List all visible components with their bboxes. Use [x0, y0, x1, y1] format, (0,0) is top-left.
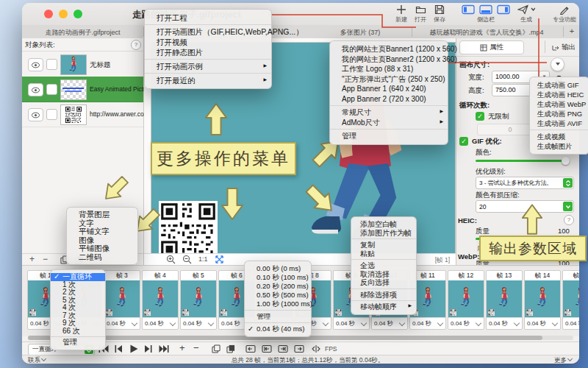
menu-item[interactable]: "正方形弹出式"广告 (250 x 250): [330, 74, 448, 85]
menu-item[interactable]: 生成动画 AVIF: [530, 118, 588, 128]
menu-item[interactable]: 常规尺寸: [330, 105, 448, 118]
menu-item[interactable]: 生成帧图片: [530, 141, 588, 151]
menu-item[interactable]: 添加图片作为帧: [351, 229, 416, 238]
more-menu[interactable]: 更多: [554, 356, 572, 364]
tab-video[interactable]: 越玩越聪明的游戏《雪人玩交换》.mp4: [413, 28, 560, 38]
menu-item[interactable]: 生成动画 GIF: [530, 80, 588, 90]
menu-item[interactable]: App Banner 2 (720 x 300): [330, 94, 448, 105]
zoom-in-icon[interactable]: [166, 255, 176, 264]
menu-item[interactable]: 打开视频: [145, 37, 271, 47]
menu-item[interactable]: 0.50 秒 (500 ms): [245, 291, 311, 300]
add-frame-button[interactable]: +: [179, 342, 185, 353]
unlimited-checkbox[interactable]: ✓: [476, 112, 484, 121]
menu-item[interactable]: 添加空白帧: [351, 220, 416, 229]
menu-item[interactable]: 全选: [351, 259, 416, 270]
insert-frame-before-icon[interactable]: [262, 344, 272, 353]
save-button[interactable]: 保存: [423, 4, 456, 24]
menu-item[interactable]: 1.00 秒 (1000 ms): [245, 300, 311, 308]
tab-project[interactable]: 走路的动画例子.gifproject: [22, 28, 143, 38]
frame-duration-select[interactable]: 0.04 秒: [143, 317, 178, 329]
canvas-size-presets-button[interactable]: [551, 57, 564, 71]
menu-item[interactable]: 生成动画 WebP: [530, 99, 588, 109]
sidebar-toggle-group[interactable]: 侧边栏: [454, 4, 517, 24]
frame-duration-select[interactable]: 0.04 秒: [104, 317, 140, 329]
menu-item[interactable]: 生成动画 HEIC: [530, 90, 588, 99]
menu-item[interactable]: 66 次: [51, 328, 105, 336]
menu-item[interactable]: 我的网站主页Banner1 (1200 x 560): [330, 44, 448, 54]
generate-button[interactable]: 生成: [510, 4, 542, 24]
menu-item[interactable]: 一直循环: [51, 273, 105, 281]
visibility-toggle[interactable]: [28, 108, 43, 121]
menu-item[interactable]: 平铺文字: [67, 227, 137, 236]
menu-item[interactable]: 2 次: [51, 289, 105, 297]
frame-duration-select[interactable]: 0.04 秒: [563, 317, 579, 329]
menu-item[interactable]: 管理: [330, 129, 448, 141]
menu-item[interactable]: 生成视频: [530, 130, 588, 141]
insert-frame-after-icon[interactable]: [278, 344, 288, 353]
menu-item[interactable]: 背景图层: [67, 210, 137, 219]
prev-frame-icon[interactable]: [115, 344, 123, 353]
layer-checkbox[interactable]: [46, 109, 57, 120]
gif-opt-checkbox[interactable]: ✓: [459, 137, 468, 146]
menu-item[interactable]: 管理: [51, 336, 105, 347]
color-slider[interactable]: [476, 160, 570, 162]
menu-item[interactable]: 二维码: [67, 253, 137, 262]
menu-item[interactable]: 打开最近的: [145, 73, 271, 85]
next-frame-icon[interactable]: [144, 344, 152, 353]
opt-level-select[interactable]: 3 - 尝试以上多种优化方法。: [476, 177, 574, 189]
timeline-frame[interactable]: 帧 13 0.04 秒: [486, 270, 523, 330]
layer-checkbox[interactable]: [46, 59, 57, 70]
frame-duration-select[interactable]: 0.04 秒: [525, 317, 560, 329]
menu-item[interactable]: 打开工程: [145, 13, 271, 23]
menu-item[interactable]: 移动帧顺序: [351, 300, 416, 311]
menu-item[interactable]: App Banner 1 (640 x 240): [330, 84, 448, 94]
add-layer-button[interactable]: +: [29, 254, 35, 264]
zoom-window-button[interactable]: [74, 10, 82, 18]
add-tab-button[interactable]: +: [566, 26, 578, 35]
layer-row-qr[interactable]: http://www.arwer.com: [22, 102, 143, 127]
slider-knob[interactable]: [562, 157, 570, 165]
menu-item[interactable]: 复制: [351, 238, 416, 250]
menu-item[interactable]: 管理: [245, 310, 311, 321]
menu-item[interactable]: 打开动画示例: [145, 59, 271, 71]
minimize-window-button[interactable]: [59, 10, 68, 18]
frame-duration-select[interactable]: 0.04 秒: [487, 317, 522, 329]
lossy-select[interactable]: 20: [476, 200, 574, 213]
timeline-frame[interactable]: 帧 14 0.04 秒: [524, 270, 561, 330]
duplicate-frame-icon[interactable]: [212, 344, 220, 353]
layer-row-text[interactable]: Easy Animated Pictures: [22, 77, 143, 102]
menu-item[interactable]: 工作室 Logo (88 x 31): [330, 64, 448, 74]
help-icon[interactable]: ?: [131, 40, 141, 50]
tab-properties[interactable]: 属性: [459, 40, 524, 54]
menu-item[interactable]: 生成动画 PNG: [530, 109, 588, 118]
menu-item[interactable]: 打开静态图片: [145, 47, 271, 57]
tab-output[interactable]: 输出: [552, 43, 576, 52]
timeline-frame[interactable]: 帧 15 0.04 秒: [562, 270, 579, 330]
menu-item[interactable]: 反向选择: [351, 278, 416, 287]
visibility-toggle[interactable]: [28, 58, 43, 71]
play-icon[interactable]: [129, 344, 138, 353]
menu-item[interactable]: 7 次: [51, 312, 105, 320]
timeline-frame[interactable]: 帧 3 0.04 秒: [104, 270, 140, 330]
pro-features-button[interactable]: 专业功能: [548, 4, 579, 24]
remove-frame-button[interactable]: −: [193, 342, 199, 353]
layer-checkbox[interactable]: [46, 84, 57, 95]
timeline-frame[interactable]: 帧 4 0.04 秒: [142, 270, 179, 330]
menu-item[interactable]: 1 次: [51, 281, 105, 289]
menu-item[interactable]: 我的网站主页Banner2 (1200 x 360): [330, 54, 448, 65]
menu-item[interactable]: 平铺图像: [67, 244, 137, 253]
heic-help-icon[interactable]: ?: [564, 215, 574, 225]
tab-images[interactable]: 多张图片 (37): [301, 28, 419, 38]
insert-frame-start-icon[interactable]: [245, 344, 256, 353]
frame-duration-select[interactable]: 0.04 秒: [448, 317, 484, 329]
menu-item[interactable]: 取消选择: [351, 270, 416, 279]
qr-code-object[interactable]: [159, 201, 218, 254]
visibility-toggle[interactable]: [28, 83, 43, 96]
frame-duration-select[interactable]: 0.04 秒: [372, 317, 407, 329]
fit-expand-icon[interactable]: [215, 255, 224, 264]
split-frame-icon[interactable]: [312, 344, 320, 353]
zoom-actual-size-button[interactable]: 1:1: [198, 255, 208, 263]
paste-frame-icon[interactable]: [226, 344, 235, 353]
menu-item[interactable]: 0.20 秒 (200 ms): [245, 282, 311, 291]
contact-menu[interactable]: 联系: [28, 356, 46, 364]
